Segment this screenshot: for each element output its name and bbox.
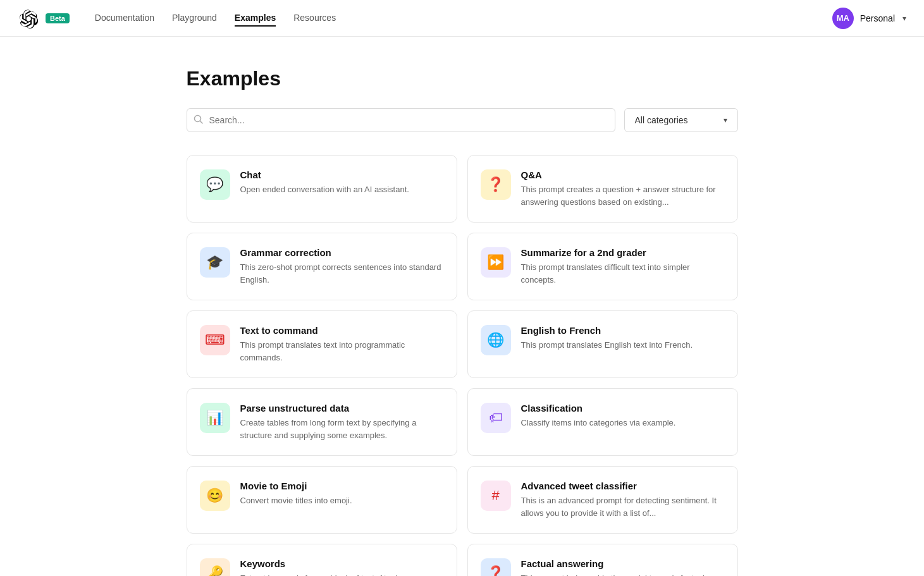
card-icon-chat: 💬 [200,169,230,200]
card-qa[interactable]: ❓Q&AThis prompt creates a question + ans… [467,155,738,223]
card-desc-factual-answering: This prompt helps guide the model toward… [521,572,725,576]
search-input[interactable] [209,109,615,132]
card-text-qa: Q&AThis prompt creates a question + answ… [521,169,725,208]
card-icon-classification: 🏷 [481,403,511,433]
card-text-movie-to-emoji: Movie to EmojiConvert movie titles into … [240,481,444,507]
card-icon-factual-answering: ❓ [481,558,511,576]
card-movie-to-emoji[interactable]: 😊Movie to EmojiConvert movie titles into… [187,466,457,534]
user-menu-chevron-icon: ▾ [902,14,906,23]
search-wrapper [187,108,615,132]
card-icon-parse-unstructured-data: 📊 [200,403,230,433]
card-title-keywords: Keywords [240,558,444,569]
card-title-qa: Q&A [521,169,725,180]
card-icon-movie-to-emoji: 😊 [200,481,230,511]
card-text-advanced-tweet-classifier: Advanced tweet classifierThis is an adva… [521,481,725,519]
nav-playground[interactable]: Playground [172,10,217,27]
card-desc-english-to-french: This prompt translates English text into… [521,339,725,352]
card-title-parse-unstructured-data: Parse unstructured data [240,403,444,414]
search-icon [187,114,209,126]
category-chevron-icon: ▾ [724,116,727,125]
card-text-keywords: KeywordsExtract keywords from a block of… [240,558,444,576]
card-title-english-to-french: English to French [521,325,725,336]
card-english-to-french[interactable]: 🌐English to FrenchThis prompt translates… [467,310,738,378]
card-desc-text-to-command: This prompt translates text into program… [240,339,444,364]
nav-links: Documentation Playground Examples Resour… [95,10,832,27]
card-desc-qa: This prompt creates a question + answer … [521,183,725,208]
card-icon-text-to-command: ⌨ [200,325,230,355]
nav-resources[interactable]: Resources [293,10,336,27]
card-text-grammar-correction: Grammar correctionThis zero-shot prompt … [240,247,444,286]
card-text-parse-unstructured-data: Parse unstructured dataCreate tables fro… [240,403,444,441]
nav-examples[interactable]: Examples [235,10,276,27]
card-text-summarize: Summarize for a 2nd graderThis prompt tr… [521,247,725,286]
card-advanced-tweet-classifier[interactable]: #Advanced tweet classifierThis is an adv… [467,466,738,534]
card-desc-keywords: Extract keywords from a block of text. A… [240,572,444,576]
card-text-factual-answering: Factual answeringThis prompt helps guide… [521,558,725,576]
card-text-english-to-french: English to FrenchThis prompt translates … [521,325,725,352]
card-grammar-correction[interactable]: 🎓Grammar correctionThis zero-shot prompt… [187,233,457,300]
avatar: MA [832,8,854,29]
card-title-classification: Classification [521,403,725,414]
card-icon-keywords: 🔑 [200,558,230,576]
card-icon-english-to-french: 🌐 [481,325,511,355]
card-parse-unstructured-data[interactable]: 📊Parse unstructured dataCreate tables fr… [187,388,457,456]
card-title-movie-to-emoji: Movie to Emoji [240,481,444,491]
category-dropdown[interactable]: All categories ▾ [624,108,738,132]
nav-documentation[interactable]: Documentation [95,10,154,27]
logo[interactable]: Beta [18,8,70,28]
navbar: Beta Documentation Playground Examples R… [0,0,924,37]
card-desc-advanced-tweet-classifier: This is an advanced prompt for detecting… [521,494,725,519]
card-keywords[interactable]: 🔑KeywordsExtract keywords from a block o… [187,544,457,576]
card-classification[interactable]: 🏷ClassificationClassify items into categ… [467,388,738,456]
card-title-text-to-command: Text to command [240,325,444,336]
card-icon-advanced-tweet-classifier: # [481,481,511,511]
card-title-summarize: Summarize for a 2nd grader [521,247,725,258]
card-icon-summarize: ⏩ [481,247,511,278]
card-text-text-to-command: Text to commandThis prompt translates te… [240,325,444,364]
svg-line-1 [200,121,202,124]
main-content: Examples All categories ▾ 💬ChatOpen ende… [171,37,753,576]
page-title: Examples [187,67,738,90]
card-factual-answering[interactable]: ❓Factual answeringThis prompt helps guid… [467,544,738,576]
card-desc-classification: Classify items into categories via examp… [521,417,725,429]
card-title-factual-answering: Factual answering [521,558,725,569]
username: Personal [860,13,895,23]
card-desc-parse-unstructured-data: Create tables from long form text by spe… [240,417,444,441]
card-icon-grammar-correction: 🎓 [200,247,230,278]
card-title-chat: Chat [240,169,444,180]
card-text-classification: ClassificationClassify items into catego… [521,403,725,429]
card-desc-summarize: This prompt translates difficult text in… [521,261,725,286]
card-chat[interactable]: 💬ChatOpen ended conversation with an AI … [187,155,457,223]
openai-logo-icon [18,8,38,28]
card-title-advanced-tweet-classifier: Advanced tweet classifier [521,481,725,491]
card-desc-grammar-correction: This zero-shot prompt corrects sentences… [240,261,444,286]
card-desc-movie-to-emoji: Convert movie titles into emoji. [240,494,444,507]
card-title-grammar-correction: Grammar correction [240,247,444,258]
examples-grid: 💬ChatOpen ended conversation with an AI … [187,155,738,576]
user-menu[interactable]: MA Personal ▾ [832,8,906,29]
card-icon-qa: ❓ [481,169,511,200]
card-summarize[interactable]: ⏩Summarize for a 2nd graderThis prompt t… [467,233,738,300]
card-text-chat: ChatOpen ended conversation with an AI a… [240,169,444,196]
card-text-to-command[interactable]: ⌨Text to commandThis prompt translates t… [187,310,457,378]
beta-badge: Beta [46,13,70,23]
controls-bar: All categories ▾ [187,108,738,132]
category-label: All categories [635,115,688,125]
card-desc-chat: Open ended conversation with an AI assis… [240,183,444,196]
